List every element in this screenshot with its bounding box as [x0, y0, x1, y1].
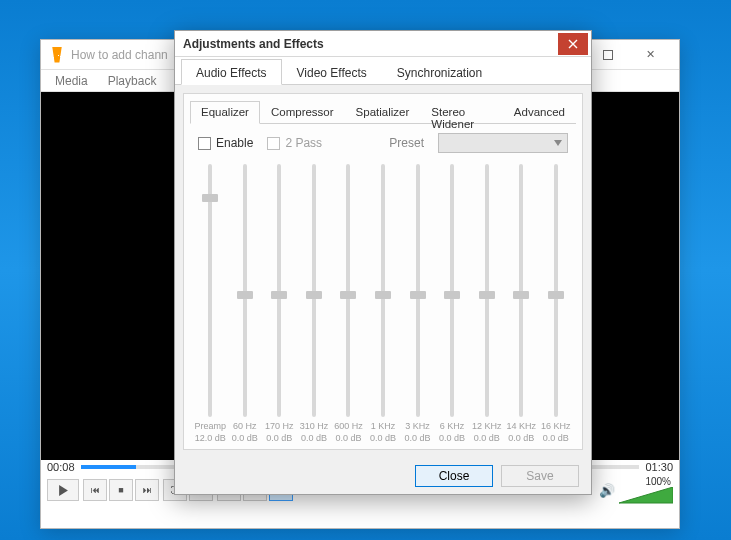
- band-db-label: 0.0 dB: [266, 433, 292, 445]
- band-freq-label: 3 KHz: [405, 421, 430, 433]
- slider-thumb[interactable]: [479, 291, 495, 299]
- enable-label: Enable: [216, 136, 253, 150]
- band-freq-label: 600 Hz: [334, 421, 363, 433]
- band-slider-14KHz[interactable]: 14 KHz0.0 dB: [505, 160, 538, 445]
- band-db-label: 0.0 dB: [543, 433, 569, 445]
- subtab-stereo-widener[interactable]: Stereo Widener: [420, 101, 503, 123]
- band-slider-6KHz[interactable]: 6 KHz0.0 dB: [436, 160, 469, 445]
- slider-track[interactable]: [519, 164, 523, 417]
- band-freq-label: 1 KHz: [371, 421, 396, 433]
- band-db-label: 0.0 dB: [232, 433, 258, 445]
- slider-track[interactable]: [381, 164, 385, 417]
- band-slider-170Hz[interactable]: 170 Hz0.0 dB: [263, 160, 296, 445]
- slider-track[interactable]: [450, 164, 454, 417]
- adjustments-effects-dialog: Adjustments and Effects Audio Effects Vi…: [174, 30, 592, 495]
- band-freq-label: Preamp: [195, 421, 227, 433]
- preset-dropdown[interactable]: [438, 133, 568, 153]
- time-total: 01:30: [645, 461, 673, 473]
- window-close-button[interactable]: ✕: [629, 41, 671, 69]
- band-freq-label: 16 KHz: [541, 421, 571, 433]
- band-db-label: 0.0 dB: [335, 433, 361, 445]
- save-button: Save: [501, 465, 579, 487]
- menu-playback[interactable]: Playback: [98, 72, 167, 90]
- menu-media[interactable]: Media: [45, 72, 98, 90]
- volume-percent: 100%: [645, 476, 671, 487]
- slider-thumb[interactable]: [202, 194, 218, 202]
- tab-audio-effects[interactable]: Audio Effects: [181, 59, 282, 85]
- maximize-button[interactable]: [587, 41, 629, 69]
- slider-track[interactable]: [485, 164, 489, 417]
- slider-thumb[interactable]: [271, 291, 287, 299]
- band-slider-600Hz[interactable]: 600 Hz0.0 dB: [332, 160, 365, 445]
- main-tabs: Audio Effects Video Effects Synchronizat…: [175, 57, 591, 85]
- band-db-label: 0.0 dB: [508, 433, 534, 445]
- slider-thumb[interactable]: [444, 291, 460, 299]
- band-slider-1KHz[interactable]: 1 KHz0.0 dB: [367, 160, 400, 445]
- preset-label: Preset: [389, 136, 424, 150]
- band-slider-310Hz[interactable]: 310 Hz0.0 dB: [298, 160, 331, 445]
- eq-sliders: Preamp12.0 dB60 Hz0.0 dB170 Hz0.0 dB310 …: [194, 154, 572, 445]
- twopass-label: 2 Pass: [285, 136, 322, 150]
- slider-thumb[interactable]: [237, 291, 253, 299]
- band-freq-label: 6 KHz: [440, 421, 465, 433]
- band-freq-label: 170 Hz: [265, 421, 294, 433]
- slider-thumb[interactable]: [375, 291, 391, 299]
- band-freq-label: 310 Hz: [300, 421, 329, 433]
- slider-track[interactable]: [416, 164, 420, 417]
- tab-synchronization[interactable]: Synchronization: [382, 59, 497, 84]
- slider-track[interactable]: [554, 164, 558, 417]
- slider-track[interactable]: [243, 164, 247, 417]
- enable-row: Enable 2 Pass Preset: [194, 132, 572, 154]
- band-db-label: 0.0 dB: [370, 433, 396, 445]
- slider-thumb[interactable]: [340, 291, 356, 299]
- twopass-checkbox: 2 Pass: [267, 136, 322, 150]
- next-button[interactable]: ⏭: [135, 479, 159, 501]
- band-freq-label: 60 Hz: [233, 421, 257, 433]
- slider-thumb[interactable]: [513, 291, 529, 299]
- band-freq-label: 12 KHz: [472, 421, 502, 433]
- seek-progress: [81, 465, 137, 469]
- volume-icon[interactable]: 🔊: [599, 483, 615, 498]
- play-button[interactable]: [47, 479, 79, 501]
- subtab-compressor[interactable]: Compressor: [260, 101, 345, 123]
- band-slider-60Hz[interactable]: 60 Hz0.0 dB: [229, 160, 262, 445]
- time-elapsed: 00:08: [47, 461, 75, 473]
- dialog-close-button[interactable]: [558, 33, 588, 55]
- band-db-label: 0.0 dB: [301, 433, 327, 445]
- dialog-titlebar: Adjustments and Effects: [175, 31, 591, 57]
- sub-tabs: Equalizer Compressor Spatializer Stereo …: [190, 100, 576, 124]
- dialog-title: Adjustments and Effects: [183, 37, 558, 51]
- dialog-buttons: Close Save: [175, 458, 591, 494]
- stop-button[interactable]: ■: [109, 479, 133, 501]
- slider-thumb[interactable]: [548, 291, 564, 299]
- subtab-advanced[interactable]: Advanced: [503, 101, 576, 123]
- band-slider-12KHz[interactable]: 12 KHz0.0 dB: [470, 160, 503, 445]
- close-button[interactable]: Close: [415, 465, 493, 487]
- prev-button[interactable]: ⏮: [83, 479, 107, 501]
- volume-slider[interactable]: [619, 487, 673, 505]
- subtab-equalizer[interactable]: Equalizer: [190, 101, 260, 124]
- band-slider-16KHz[interactable]: 16 KHz0.0 dB: [539, 160, 572, 445]
- tab-video-effects[interactable]: Video Effects: [282, 59, 382, 84]
- band-slider-3KHz[interactable]: 3 KHz0.0 dB: [401, 160, 434, 445]
- enable-checkbox[interactable]: Enable: [198, 136, 253, 150]
- band-freq-label: 14 KHz: [506, 421, 536, 433]
- audio-effects-panel: Equalizer Compressor Spatializer Stereo …: [183, 93, 583, 450]
- preamp-slider[interactable]: Preamp12.0 dB: [194, 160, 227, 445]
- slider-track[interactable]: [208, 164, 212, 417]
- slider-track[interactable]: [277, 164, 281, 417]
- band-db-label: 0.0 dB: [439, 433, 465, 445]
- subtab-spatializer[interactable]: Spatializer: [345, 101, 421, 123]
- vlc-cone-icon: [49, 47, 65, 63]
- svg-marker-0: [619, 487, 673, 503]
- band-db-label: 0.0 dB: [474, 433, 500, 445]
- equalizer-body: Enable 2 Pass Preset Preamp12.0 dB60 Hz0…: [190, 124, 576, 449]
- slider-thumb[interactable]: [410, 291, 426, 299]
- slider-track[interactable]: [346, 164, 350, 417]
- band-db-label: 0.0 dB: [405, 433, 431, 445]
- slider-track[interactable]: [312, 164, 316, 417]
- slider-thumb[interactable]: [306, 291, 322, 299]
- band-db-label: 12.0 dB: [195, 433, 226, 445]
